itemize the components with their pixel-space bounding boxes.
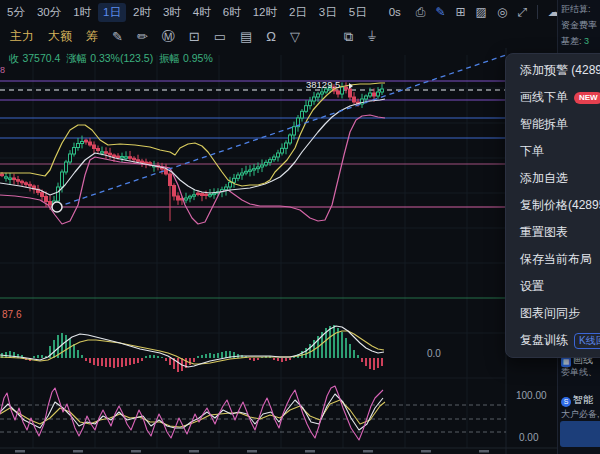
- timeframe-3日[interactable]: 3日: [314, 3, 342, 22]
- note-icon[interactable]: ▤: [240, 30, 252, 43]
- image-icon[interactable]: ▨: [476, 6, 487, 18]
- anchor-icon[interactable]: ⊡: [189, 30, 200, 43]
- timeframe-2时[interactable]: 2时: [128, 3, 156, 22]
- timeframe-30分[interactable]: 30分: [32, 3, 66, 22]
- timeframe-5日[interactable]: 5日: [344, 3, 372, 22]
- kline-replay-badge[interactable]: K线回放: [574, 333, 600, 349]
- context-menu: 添加预警 (42895.6)画线下单NEW智能拆单下单添加自选复制价格(4289…: [505, 53, 600, 358]
- sidebar-text[interactable]: S智能: [561, 393, 593, 407]
- svg-text:0.0: 0.0: [427, 348, 441, 359]
- clipped-label-fragment: 8: [0, 65, 5, 75]
- menu-item-画线下单[interactable]: 画线下单NEW: [506, 84, 600, 111]
- tool-大额[interactable]: 大额: [48, 28, 72, 45]
- menu-item-智能拆单[interactable]: 智能拆单: [506, 111, 600, 138]
- divider: [537, 5, 538, 19]
- settings-icon[interactable]: ◎: [497, 6, 507, 18]
- sidebar-stat: 基差: 3: [558, 32, 600, 48]
- magnet-icon[interactable]: Ⓜ: [162, 30, 175, 43]
- svg-text:87.6: 87.6: [2, 309, 22, 320]
- timeframe-6时[interactable]: 6时: [218, 3, 246, 22]
- sidebar-stat: 资金费率: [558, 16, 600, 32]
- brush-icon[interactable]: ✎: [112, 30, 123, 43]
- timeframe-5分[interactable]: 5分: [2, 3, 30, 22]
- camera-icon[interactable]: ⎙: [416, 6, 426, 18]
- toolbar-drawing: 主力大额筹✎✏Ⓜ⊡▭▤Ω▽⧉⏚: [0, 24, 567, 48]
- magnet2-icon[interactable]: Ω: [266, 30, 276, 43]
- menu-item-复制价格4289[interactable]: 复制价格(42895.6): [506, 192, 600, 219]
- svg-text:0.00: 0.00: [519, 432, 539, 443]
- duplicate-icon[interactable]: ⧉: [344, 30, 353, 43]
- timeframe-1日[interactable]: 1日: [98, 3, 126, 22]
- tool-主力[interactable]: 主力: [10, 28, 34, 45]
- replay-speed-button[interactable]: 0s: [384, 4, 406, 20]
- svg-text:38129.5: 38129.5: [306, 79, 340, 90]
- sidebar-text[interactable]: 大户必备,: [561, 408, 600, 421]
- ohlc-legend: 收 37570.4 涨幅 0.33%(123.5) 振幅 0.95%: [9, 52, 213, 66]
- menu-item-图表间同步[interactable]: 图表间同步: [506, 300, 600, 327]
- candlestick-chart[interactable]: 38129.587.60.0100.000.00: [0, 48, 557, 454]
- tool-筹[interactable]: 筹: [86, 28, 98, 45]
- timeframe-2日[interactable]: 2日: [284, 3, 312, 22]
- menu-item-设置[interactable]: 设置: [506, 273, 600, 300]
- menu-item-重置图表[interactable]: 重置图表: [506, 219, 600, 246]
- add-panel-icon[interactable]: ⊞: [455, 6, 465, 18]
- fullscreen-icon[interactable]: ⤢: [517, 6, 527, 18]
- timeframe-1时[interactable]: 1时: [68, 3, 96, 22]
- svg-text:100.00: 100.00: [516, 390, 547, 401]
- sidebar-text[interactable]: 委单线、: [561, 366, 597, 379]
- menu-item-复盘训练[interactable]: 复盘训练K线回放: [506, 327, 600, 354]
- menu-item-添加自选[interactable]: 添加自选: [506, 165, 600, 192]
- menu-item-下单[interactable]: 下单: [506, 138, 600, 165]
- new-badge: NEW: [574, 92, 600, 104]
- timeframe-4时[interactable]: 4时: [188, 3, 216, 22]
- draw-icon[interactable]: ✎: [435, 6, 445, 18]
- trash-icon[interactable]: ⏚: [367, 30, 376, 43]
- timeframe-12时[interactable]: 12时: [248, 3, 282, 22]
- toolbar-top: 5分30分1时1日2时3时4时6时12时2日3日5日 0s ⎙ ✎ ⊞ ▨ ◎ …: [0, 0, 559, 24]
- menu-item-保存当前布局[interactable]: 保存当前布局: [506, 246, 600, 273]
- menu-item-添加预警4289[interactable]: 添加预警 (42895.6): [506, 57, 600, 84]
- rect-icon[interactable]: ▭: [214, 30, 226, 43]
- pen-icon[interactable]: ✏: [137, 30, 148, 43]
- timeframe-3时[interactable]: 3时: [158, 3, 186, 22]
- filter-icon[interactable]: ▽: [290, 30, 300, 43]
- smart-icon: S: [561, 397, 571, 407]
- sidebar-promo-panel[interactable]: [560, 421, 600, 447]
- chart-canvas[interactable]: 38129.587.60.0100.000.00: [0, 48, 557, 454]
- sidebar-stat: 距结算:: [558, 0, 600, 16]
